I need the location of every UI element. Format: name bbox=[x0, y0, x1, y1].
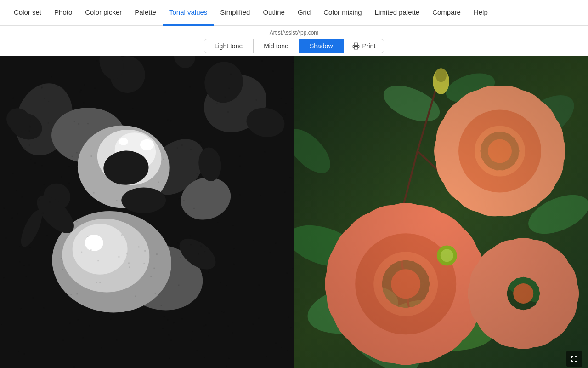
print-icon bbox=[352, 42, 360, 50]
tonal-canvas bbox=[0, 56, 294, 368]
tonal-image-panel bbox=[0, 56, 294, 368]
print-button[interactable]: Print bbox=[344, 39, 384, 53]
nav-item-simplified[interactable]: Simplified bbox=[214, 0, 256, 26]
photo-canvas bbox=[294, 56, 588, 368]
expand-button[interactable] bbox=[566, 351, 582, 367]
nav-item-photo[interactable]: Photo bbox=[48, 0, 79, 26]
top-nav: Color setPhotoColor pickerPaletteTonal v… bbox=[0, 0, 588, 26]
tone-btn-shadow[interactable]: Shadow bbox=[299, 39, 344, 53]
subtitle-text: ArtistAssistApp.com bbox=[270, 29, 319, 36]
svg-rect-0 bbox=[354, 46, 358, 49]
nav-item-color-set[interactable]: Color set bbox=[7, 0, 48, 26]
photo-image-panel bbox=[294, 56, 588, 368]
subtitle-bar: ArtistAssistApp.com Light toneMid toneSh… bbox=[0, 26, 588, 56]
nav-item-grid[interactable]: Grid bbox=[291, 0, 317, 26]
nav-item-color-mixing[interactable]: Color mixing bbox=[317, 0, 368, 26]
nav-item-color-picker[interactable]: Color picker bbox=[79, 0, 128, 26]
nav-item-compare[interactable]: Compare bbox=[426, 0, 467, 26]
tone-btn-mid-tone[interactable]: Mid tone bbox=[253, 39, 299, 53]
tone-btn-light-tone[interactable]: Light tone bbox=[204, 39, 254, 53]
nav-item-help[interactable]: Help bbox=[467, 0, 494, 26]
main-content bbox=[0, 56, 588, 368]
expand-icon bbox=[570, 354, 579, 363]
nav-item-tonal-values[interactable]: Tonal values bbox=[163, 0, 214, 26]
nav-item-limited-palette[interactable]: Limited palette bbox=[368, 0, 426, 26]
nav-item-outline[interactable]: Outline bbox=[256, 0, 291, 26]
nav-item-palette[interactable]: Palette bbox=[128, 0, 163, 26]
tone-buttons-group: Light toneMid toneShadowPrint bbox=[204, 39, 384, 53]
